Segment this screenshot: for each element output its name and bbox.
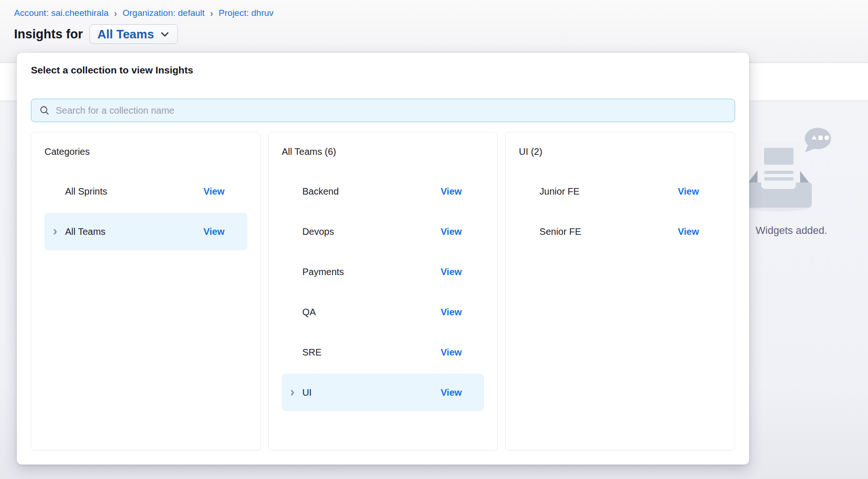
view-link[interactable]: View [203, 186, 224, 197]
chevron-right-icon: › [53, 225, 57, 238]
list-item[interactable]: ›UIView [282, 374, 485, 411]
view-link[interactable]: View [441, 347, 462, 358]
collection-dropdown-button[interactable]: All Teams [89, 24, 178, 44]
search-icon [39, 105, 50, 116]
collection-name: Junior FE [539, 186, 580, 197]
breadcrumb-organization-link[interactable]: Organization: default [123, 8, 205, 18]
collection-name: Payments [302, 267, 344, 277]
view-link[interactable]: View [678, 186, 699, 197]
view-link[interactable]: View [441, 226, 462, 237]
no-widgets-empty-state: Widgets added. [743, 124, 839, 237]
chevron-down-icon [159, 28, 171, 40]
list-item[interactable]: All SprintsView [44, 173, 247, 210]
list-item[interactable]: PaymentsView [282, 253, 485, 290]
list-item[interactable]: QAView [282, 293, 485, 331]
page-title: Insights for [14, 27, 83, 42]
list-item[interactable]: DevopsView [282, 213, 485, 250]
collection-dropdown-label: All Teams [97, 27, 154, 42]
collection-name: UI [302, 387, 312, 398]
collection-column: CategoriesAll SprintsView›All TeamsView [31, 132, 261, 450]
view-link[interactable]: View [678, 226, 699, 237]
collection-picker-dialog: Select a collection to view Insights Cat… [17, 53, 749, 464]
list-item[interactable]: ›All TeamsView [44, 213, 247, 250]
list-item[interactable]: SREView [282, 334, 485, 371]
breadcrumb-separator-icon: › [114, 7, 117, 19]
column-header: Categories [44, 146, 247, 158]
list-item[interactable]: Senior FEView [519, 213, 721, 250]
collection-search [31, 99, 735, 122]
view-link[interactable]: View [441, 267, 462, 277]
view-link[interactable]: View [441, 387, 462, 398]
breadcrumb-account-link[interactable]: Account: sai.cheethirala [14, 8, 109, 18]
collection-name: Senior FE [539, 226, 581, 237]
column-header: UI (2) [519, 146, 721, 158]
empty-state-caption: Widgets added. [756, 225, 827, 237]
chevron-right-icon: › [290, 385, 294, 399]
picker-title: Select a collection to view Insights [31, 65, 193, 76]
column-header: All Teams (6) [282, 146, 485, 158]
collection-name: QA [302, 307, 316, 318]
breadcrumb-project-link[interactable]: Project: dhruv [219, 8, 273, 18]
breadcrumb: Account: sai.cheethirala › Organization:… [14, 8, 273, 18]
collection-name: SRE [302, 347, 322, 358]
collection-name: Devops [302, 226, 334, 237]
view-link[interactable]: View [441, 186, 462, 197]
list-item[interactable]: BackendView [282, 173, 485, 210]
collection-name: All Sprints [65, 186, 107, 197]
view-link[interactable]: View [203, 226, 224, 237]
collection-columns: CategoriesAll SprintsView›All TeamsViewA… [31, 132, 735, 450]
list-item[interactable]: Junior FEView [519, 173, 721, 210]
empty-inbox-illustration-icon [746, 124, 838, 214]
view-link[interactable]: View [441, 307, 462, 318]
collection-name: All Teams [65, 226, 105, 237]
collection-name: Backend [302, 186, 339, 197]
page-title-row: Insights for All Teams [14, 24, 178, 44]
breadcrumb-separator-icon: › [210, 7, 213, 19]
collection-column: All Teams (6)BackendViewDevopsViewPaymen… [268, 132, 498, 450]
collection-column: UI (2)Junior FEViewSenior FEView [505, 132, 735, 450]
search-input[interactable] [56, 105, 727, 116]
